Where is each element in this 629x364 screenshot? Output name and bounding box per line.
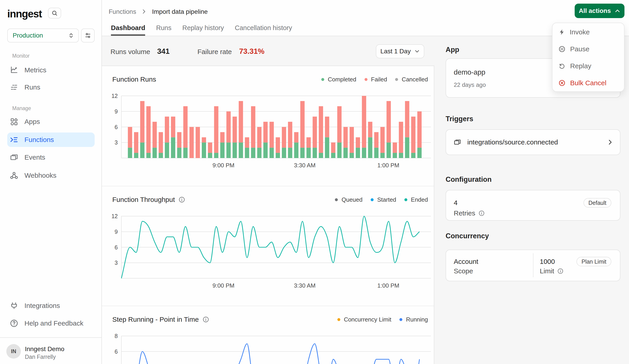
sidebar-item-webhooks[interactable]: Webhooks	[7, 168, 95, 183]
sidebar-item-runs[interactable]: Runs	[7, 80, 95, 94]
svg-text:3:30 AM: 3:30 AM	[294, 162, 315, 169]
legend-dot	[371, 198, 374, 201]
functions-icon	[9, 135, 18, 144]
breadcrumb-current: Import data pipeline	[152, 8, 208, 15]
all-actions-menu: Invoke Pause Replay Bulk Cancel	[552, 23, 625, 92]
chevron-down-icon	[414, 49, 420, 54]
svg-text:12: 12	[111, 213, 118, 219]
svg-text:9:00 PM: 9:00 PM	[213, 282, 235, 289]
apps-icon	[9, 117, 18, 126]
help-icon	[9, 319, 18, 328]
function-runs-chart: Function RunsCompletedFailedCancelled129…	[102, 66, 434, 186]
inngest-logo: inngest	[7, 8, 42, 20]
retries-value: 4	[454, 199, 458, 207]
svg-text:6: 6	[115, 348, 118, 355]
sidebar-item-integrations[interactable]: Integrations	[7, 298, 95, 313]
tab-bar: Dashboard Runs Replay history Cancellati…	[111, 24, 292, 36]
concurrency-limit-value: 1000	[540, 258, 555, 266]
sidebar-item-events[interactable]: Events	[7, 150, 95, 165]
sidebar-item-help[interactable]: Help and Feedback	[7, 316, 95, 331]
tab-runs[interactable]: Runs	[156, 24, 171, 36]
tab-cancellation-history[interactable]: Cancellation history	[235, 24, 292, 36]
svg-text:9:00 PM: 9:00 PM	[213, 162, 235, 169]
info-icon[interactable]	[557, 268, 564, 274]
legend-dot	[364, 78, 367, 81]
user-name: Dan Farrelly	[25, 354, 56, 360]
menu-item-replay[interactable]: Replay	[552, 57, 624, 74]
menu-item-bulk-cancel[interactable]: Bulk Cancel	[552, 74, 624, 91]
info-icon[interactable]	[202, 316, 209, 323]
sidebar-item-functions[interactable]: Functions	[7, 132, 95, 147]
concurrency-limit-label: Limit	[540, 267, 564, 275]
events-icon	[9, 153, 18, 162]
trigger-chevron-icon	[607, 139, 614, 146]
menu-item-invoke[interactable]: Invoke	[552, 23, 624, 40]
header: Functions Import data pipeline Dashboard…	[102, 0, 629, 36]
legend-dot	[404, 198, 407, 201]
svg-text:12: 12	[111, 93, 118, 99]
environment-value: Production	[13, 32, 68, 39]
legend-dot	[399, 318, 402, 321]
environment-filter-button[interactable]	[81, 28, 95, 42]
svg-text:8: 8	[115, 333, 118, 339]
plug-icon	[9, 301, 18, 310]
avatar[interactable]: IN	[6, 344, 21, 359]
retries-card: 4 Retries Default	[446, 190, 621, 221]
svg-text:3:30 AM: 3:30 AM	[294, 282, 315, 289]
sidebar-item-metrics[interactable]: Metrics	[7, 63, 95, 77]
page: inngest Production Monitor Metrics Runs …	[0, 0, 629, 364]
app-name: demo-app	[454, 68, 485, 77]
svg-text:9: 9	[115, 229, 118, 235]
legend-dot	[335, 198, 338, 201]
failure-rate-value: 73.31%	[239, 47, 265, 56]
sidebar: inngest Production Monitor Metrics Runs …	[0, 0, 102, 364]
chart-title: Function Throughput	[112, 196, 185, 203]
sidebar-item-apps[interactable]: Apps	[7, 114, 95, 129]
sliders-icon	[84, 32, 91, 39]
invoke-icon	[558, 29, 565, 35]
chart-legend: QueuedStartedEnded	[335, 196, 428, 203]
menu-item-pause[interactable]: Pause	[552, 40, 624, 57]
legend-item: Ended	[404, 196, 428, 203]
svg-text:3: 3	[115, 139, 118, 146]
tab-dashboard[interactable]: Dashboard	[111, 24, 145, 36]
retries-label: Retries	[454, 209, 485, 217]
cancel-icon	[558, 79, 566, 87]
concurrency-divider	[533, 253, 533, 277]
legend-item: Failed	[364, 76, 387, 83]
search-icon	[52, 10, 57, 16]
environment-select[interactable]: Production	[7, 28, 79, 42]
metrics-icon	[9, 66, 18, 75]
event-icon	[453, 138, 462, 146]
info-icon[interactable]	[178, 196, 185, 203]
legend-item: Completed	[321, 76, 356, 83]
replay-icon	[558, 62, 566, 70]
concurrency-heading: Concurrency	[446, 232, 489, 240]
tab-replay-history[interactable]: Replay history	[182, 24, 224, 36]
time-range-select[interactable]: Last 1 Day	[376, 44, 424, 58]
chart-legend: CompletedFailedCancelled	[321, 76, 428, 83]
concurrency-card: Account Scope 1000 Limit Plan Limit	[446, 250, 621, 281]
runs-icon	[9, 83, 18, 92]
default-badge: Default	[584, 198, 611, 207]
info-icon[interactable]	[478, 210, 485, 216]
legend-dot	[395, 78, 398, 81]
legend-item: Queued	[335, 196, 362, 203]
function-throughput-chart: Function ThroughputQueuedStartedEnded129…	[102, 186, 434, 306]
breadcrumb-functions[interactable]: Functions	[109, 8, 136, 15]
pause-icon	[558, 45, 566, 53]
user-org: Inngest Demo	[25, 346, 64, 353]
search-button[interactable]	[48, 8, 61, 18]
svg-text:1:00 PM: 1:00 PM	[377, 282, 399, 289]
legend-dot	[337, 318, 340, 321]
all-actions-button[interactable]: All actions	[575, 4, 625, 18]
trigger-card[interactable]: integrations/source.connected	[446, 129, 621, 155]
step-running-chart: Step Running - Point in TimeConcurrency …	[102, 306, 434, 364]
svg-text:6: 6	[115, 244, 118, 251]
triggers-heading: Triggers	[446, 115, 473, 123]
monitor-section-label: Monitor	[12, 53, 30, 59]
app-heading: App	[446, 46, 459, 54]
concurrency-scope-value: Account	[454, 258, 478, 266]
configuration-heading: Configuration	[446, 176, 491, 183]
chart-legend: Concurrency LimitRunning	[337, 316, 428, 323]
